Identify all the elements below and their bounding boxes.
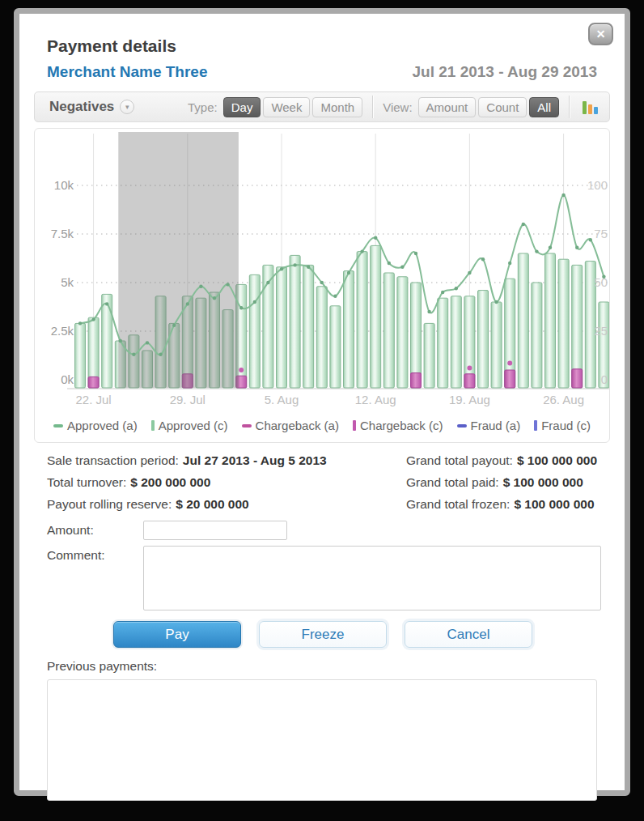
totals-right-column: Grand total payout:$ 100 000 000 Grand t… [406, 453, 597, 519]
chargeback-dot [507, 361, 512, 366]
cancel-button[interactable]: Cancel [405, 621, 532, 648]
chart-toolbar: Negatives ▾ Type: Day Week Month View: A… [34, 91, 610, 122]
svg-text:0: 0 [601, 372, 608, 386]
grand-frozen-value: $ 100 000 000 [514, 497, 594, 511]
amount-label: Amount: [47, 521, 143, 540]
view-all-button[interactable]: All [529, 97, 559, 117]
legend-item: Fraud (a) [457, 419, 521, 432]
svg-text:50: 50 [594, 275, 608, 289]
sale-period-value: Jul 27 2013 - Aug 5 2013 [183, 453, 327, 467]
svg-text:26. Aug: 26. Aug [543, 393, 584, 406]
amount-field[interactable] [143, 521, 287, 540]
chart-icon-bar [594, 107, 598, 114]
close-icon: ✕ [596, 28, 606, 40]
payments-chart-card: 0k2.5k5k7.5k10k025507510022. Jul29. Jul5… [34, 128, 610, 443]
freeze-button[interactable]: Freeze [259, 621, 387, 648]
svg-text:29. Jul: 29. Jul [170, 393, 205, 406]
legend-item: Approved (a) [53, 419, 138, 432]
chargeback-dot [239, 368, 244, 372]
legend-item: Chargeback (c) [353, 419, 443, 432]
svg-text:5. Aug: 5. Aug [265, 393, 299, 406]
toolbar-divider [372, 96, 373, 118]
legend-item: Chargeback (a) [242, 419, 339, 432]
svg-text:100: 100 [587, 178, 608, 192]
legend-item: Fraud (c) [534, 419, 591, 432]
svg-text:25: 25 [594, 324, 608, 338]
chart-type-icon[interactable] [583, 100, 598, 114]
legend-dash-icon [53, 424, 63, 428]
legend-label: Approved (c) [159, 419, 228, 432]
grand-paid-value: $ 100 000 000 [503, 475, 583, 489]
type-day-button[interactable]: Day [223, 97, 261, 117]
previous-payments-list [47, 679, 597, 801]
negatives-section-label: Negatives [49, 99, 114, 115]
svg-text:5k: 5k [61, 275, 74, 289]
totals-section: Sale transaction period:Jul 27 2013 - Au… [47, 453, 597, 519]
type-label: Type: [188, 100, 218, 114]
chart-legend: Approved (a)Approved (c)Chargeback (a)Ch… [35, 414, 609, 442]
legend-bar-icon [353, 420, 356, 431]
legend-dash-icon [242, 424, 252, 428]
grand-payout-value: $ 100 000 000 [517, 453, 597, 467]
totals-left-column: Sale transaction period:Jul 27 2013 - Au… [47, 453, 327, 519]
legend-label: Fraud (a) [471, 419, 521, 432]
legend-bar-icon [534, 420, 537, 431]
svg-text:19. Aug: 19. Aug [449, 393, 490, 406]
merchant-name-link[interactable]: Merchant Name Three [47, 63, 208, 81]
legend-label: Chargeback (c) [360, 419, 443, 432]
svg-text:75: 75 [594, 227, 608, 240]
view-amount-button[interactable]: Amount [418, 97, 477, 117]
legend-label: Chargeback (a) [256, 419, 339, 432]
payout-reserve-value: $ 20 000 000 [176, 497, 249, 511]
previous-payments-label: Previous payments: [47, 659, 610, 674]
payout-reserve-label: Payout rolling reserve: [47, 497, 172, 511]
svg-text:12. Aug: 12. Aug [355, 393, 396, 406]
svg-text:2.5k: 2.5k [51, 324, 74, 338]
grand-payout-label: Grand total payout: [406, 453, 513, 467]
pay-button[interactable]: Pay [113, 621, 241, 648]
payment-details-dialog: ✕ Payment details Merchant Name Three Ju… [14, 8, 630, 796]
view-count-button[interactable]: Count [478, 97, 527, 117]
sale-period-label: Sale transaction period: [47, 453, 179, 467]
comment-field[interactable] [143, 546, 601, 610]
comment-label: Comment: [47, 546, 143, 610]
type-week-button[interactable]: Week [263, 97, 310, 117]
total-turnover-value: $ 200 000 000 [130, 475, 210, 489]
svg-text:22. Jul: 22. Jul [75, 393, 111, 406]
svg-text:0k: 0k [61, 372, 74, 386]
grand-paid-label: Grand total paid: [406, 475, 499, 489]
grand-frozen-label: Grand total frozen: [406, 497, 510, 511]
svg-text:10k: 10k [54, 178, 74, 192]
type-month-button[interactable]: Month [312, 97, 362, 117]
chart-icon-bar [583, 101, 587, 114]
type-toggle: Day Week Month [223, 97, 362, 117]
legend-dash-icon [457, 424, 467, 428]
payment-form: Amount: Comment: [47, 521, 610, 610]
payments-chart[interactable]: 0k2.5k5k7.5k10k025507510022. Jul29. Jul5… [35, 129, 610, 414]
action-buttons: Pay Freeze Cancel [113, 621, 610, 648]
toolbar-divider [569, 96, 570, 118]
legend-bar-icon [151, 420, 155, 431]
subheader: Merchant Name Three Jul 21 2013 - Aug 29… [47, 63, 597, 81]
chevron-down-icon[interactable]: ▾ [120, 100, 134, 114]
selection-band[interactable] [118, 132, 239, 388]
chart-icon-bar [588, 104, 592, 114]
page-title: Payment details [47, 36, 610, 56]
legend-item: Approved (c) [151, 419, 228, 432]
view-label: View: [383, 100, 412, 114]
date-range: Jul 21 2013 - Aug 29 2013 [413, 63, 597, 81]
legend-label: Approved (a) [67, 419, 138, 432]
close-button[interactable]: ✕ [588, 23, 613, 45]
total-turnover-label: Total turnover: [47, 475, 126, 489]
legend-label: Fraud (c) [541, 419, 591, 432]
chargeback-dot [467, 366, 472, 371]
svg-text:7.5k: 7.5k [51, 227, 74, 240]
view-toggle: Amount Count All [418, 97, 559, 117]
